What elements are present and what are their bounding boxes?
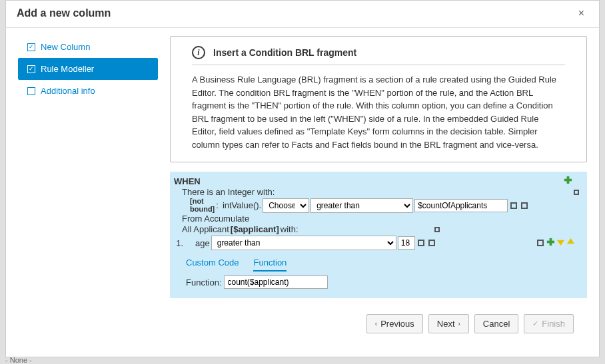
next-button[interactable]: Next › (428, 314, 469, 333)
close-button[interactable]: × (574, 6, 588, 21)
chevron-left-icon: ‹ (375, 320, 377, 327)
unchecked-icon (27, 87, 35, 95)
function-row: Function: (186, 275, 582, 289)
info-panel: i Insert a Condition BRL fragment A Busi… (170, 36, 587, 162)
from-accum-label: From Accumulate (182, 214, 249, 224)
choose-select[interactable]: Choose. (263, 198, 309, 213)
button-label: Next (437, 319, 455, 329)
tab-custom-code[interactable]: Custom Code (186, 255, 239, 272)
intvalue-label[interactable]: intValue(). (223, 200, 261, 210)
edit-icon[interactable] (428, 240, 435, 246)
collapse-icon[interactable] (434, 227, 440, 232)
move-up-icon[interactable] (566, 238, 575, 248)
row-age: 1. age greater than (174, 235, 582, 251)
when-label: WHEN (174, 176, 201, 186)
when-row: WHEN (170, 176, 582, 186)
info-title: Insert a Condition BRL fragment (213, 47, 356, 58)
wizard-step-new-column[interactable]: ✓ New Column (18, 36, 158, 58)
rule-editor: WHEN There is an Integer with: (170, 172, 587, 298)
accumulate-tabs: Custom Code Function (186, 255, 582, 272)
modal-backdrop: Add a new column × ✓ New Column ✓ Rule M… (0, 0, 605, 364)
wizard-step-label: Rule Modeller (41, 64, 94, 74)
line-integer: There is an Integer with: (182, 187, 582, 197)
modal-footer: ‹ Previous Next › Cancel ✓ Finish (170, 307, 587, 343)
edit-icon[interactable] (510, 202, 517, 209)
all-applicant-post: with: (281, 224, 299, 234)
svg-rect-1 (564, 179, 572, 182)
modal-dialog: Add a new column × ✓ New Column ✓ Rule M… (5, 0, 600, 357)
all-applicant-pre: All Applicant (182, 224, 229, 234)
button-label: Finish (542, 319, 565, 329)
wizard-step-rule-modeller[interactable]: ✓ Rule Modeller (18, 58, 158, 80)
applicant-binding[interactable]: [$applicant] (231, 224, 279, 234)
info-text: A Business Rule Language (BRL) fragment … (192, 73, 565, 151)
finish-button[interactable]: ✓ Finish (524, 314, 574, 333)
function-input[interactable] (224, 275, 328, 289)
age-operator-select[interactable]: greater than (211, 236, 396, 250)
chevron-right-icon: › (458, 320, 460, 327)
check-icon: ✓ (532, 319, 538, 328)
check-icon: ✓ (27, 43, 35, 51)
wizard-step-label: Additional info (41, 86, 95, 96)
edit-icon[interactable] (537, 240, 544, 246)
age-value-input[interactable] (398, 236, 415, 250)
button-label: Previous (380, 319, 414, 329)
check-icon: ✓ (27, 65, 35, 73)
wizard-step-additional-info[interactable]: Additional info (18, 80, 158, 102)
age-label[interactable]: age (195, 238, 210, 248)
edit-icon[interactable] (418, 240, 424, 246)
text-integer: There is an Integer with: (182, 187, 275, 197)
info-header: i Insert a Condition BRL fragment (192, 46, 565, 59)
wizard-content: i Insert a Condition BRL fragment A Busi… (170, 36, 587, 349)
add-condition-icon[interactable] (564, 176, 572, 186)
operator-select[interactable]: greater than (310, 198, 413, 213)
wizard-nav: ✓ New Column ✓ Rule Modeller Additional … (18, 36, 158, 349)
edit-icon[interactable] (521, 202, 528, 209)
modal-body: ✓ New Column ✓ Rule Modeller Additional … (6, 28, 599, 357)
wizard-step-label: New Column (41, 42, 90, 52)
count-input[interactable] (414, 199, 508, 212)
previous-button[interactable]: ‹ Previous (366, 314, 423, 333)
button-label: Cancel (483, 319, 510, 329)
function-label: Function: (186, 277, 221, 287)
divider (192, 65, 565, 65)
info-icon: i (192, 46, 205, 59)
move-down-icon[interactable] (556, 238, 565, 248)
cancel-button[interactable]: Cancel (474, 314, 518, 333)
editor-body: There is an Integer with: [notbound] : i… (170, 187, 582, 289)
row-number: 1. (174, 238, 183, 248)
modal-header: Add a new column × (6, 1, 599, 28)
collapse-icon[interactable] (574, 190, 579, 195)
svg-marker-4 (557, 240, 564, 246)
line-intvalue: [notbound] : intValue(). Choose. greater… (190, 198, 582, 213)
modal-title: Add a new column (17, 7, 111, 19)
add-row-icon[interactable] (546, 238, 555, 248)
line-all-applicant: All Applicant [$applicant] with: (182, 224, 582, 234)
not-bound-label[interactable]: [notbound] (190, 198, 215, 213)
tab-function[interactable]: Function (253, 255, 287, 272)
line-from-accumulate: From Accumulate (182, 214, 582, 224)
svg-marker-5 (567, 238, 574, 244)
background-strip: - None - (5, 356, 32, 364)
svg-rect-3 (547, 241, 554, 244)
colon: : (216, 200, 219, 210)
